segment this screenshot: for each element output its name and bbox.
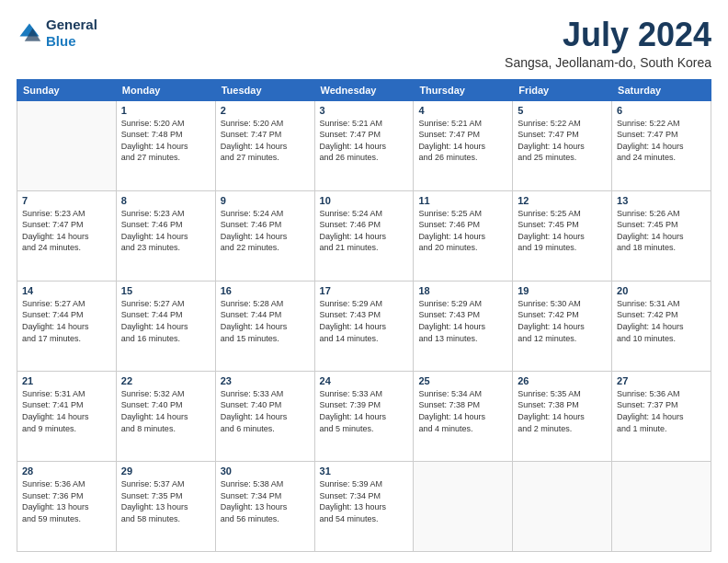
day-number: 31 bbox=[320, 465, 409, 477]
day-info: Sunrise: 5:38 AM Sunset: 7:34 PM Dayligh… bbox=[221, 478, 310, 524]
day-number: 16 bbox=[221, 285, 310, 296]
calendar-cell: 21Sunrise: 5:31 AM Sunset: 7:41 PM Dayli… bbox=[17, 371, 117, 461]
day-number: 1 bbox=[121, 105, 210, 116]
day-number: 12 bbox=[518, 195, 607, 206]
header-wednesday: Wednesday bbox=[314, 79, 414, 100]
calendar-cell: 29Sunrise: 5:37 AM Sunset: 7:35 PM Dayli… bbox=[116, 461, 215, 551]
logo-text: General Blue bbox=[46, 17, 97, 50]
calendar-cell: 15Sunrise: 5:27 AM Sunset: 7:44 PM Dayli… bbox=[116, 281, 215, 371]
day-number: 20 bbox=[617, 285, 706, 296]
day-number: 18 bbox=[418, 285, 507, 296]
day-info: Sunrise: 5:36 AM Sunset: 7:36 PM Dayligh… bbox=[22, 478, 111, 524]
calendar-cell: 26Sunrise: 5:35 AM Sunset: 7:38 PM Dayli… bbox=[513, 371, 612, 461]
day-info: Sunrise: 5:29 AM Sunset: 7:43 PM Dayligh… bbox=[320, 298, 409, 344]
calendar-cell: 3Sunrise: 5:21 AM Sunset: 7:47 PM Daylig… bbox=[314, 100, 414, 190]
day-header-row: Sunday Monday Tuesday Wednesday Thursday… bbox=[17, 79, 711, 100]
page: General Blue July 2024 Sangsa, Jeollanam… bbox=[0, 0, 728, 563]
day-number: 30 bbox=[221, 465, 310, 477]
calendar-cell: 18Sunrise: 5:29 AM Sunset: 7:43 PM Dayli… bbox=[414, 281, 513, 371]
day-info: Sunrise: 5:27 AM Sunset: 7:44 PM Dayligh… bbox=[121, 298, 210, 344]
day-info: Sunrise: 5:25 AM Sunset: 7:46 PM Dayligh… bbox=[418, 208, 507, 254]
calendar-cell: 10Sunrise: 5:24 AM Sunset: 7:46 PM Dayli… bbox=[314, 190, 414, 281]
day-number: 5 bbox=[518, 105, 607, 116]
day-number: 10 bbox=[320, 195, 409, 206]
month-title: July 2024 bbox=[505, 17, 711, 53]
calendar-cell: 8Sunrise: 5:23 AM Sunset: 7:46 PM Daylig… bbox=[116, 190, 215, 281]
day-info: Sunrise: 5:25 AM Sunset: 7:45 PM Dayligh… bbox=[518, 208, 607, 254]
day-info: Sunrise: 5:39 AM Sunset: 7:34 PM Dayligh… bbox=[320, 478, 409, 524]
day-info: Sunrise: 5:32 AM Sunset: 7:40 PM Dayligh… bbox=[121, 388, 210, 434]
calendar-cell bbox=[17, 100, 117, 190]
calendar-cell: 11Sunrise: 5:25 AM Sunset: 7:46 PM Dayli… bbox=[414, 190, 513, 281]
header-tuesday: Tuesday bbox=[215, 79, 314, 100]
day-info: Sunrise: 5:35 AM Sunset: 7:38 PM Dayligh… bbox=[518, 388, 607, 434]
day-info: Sunrise: 5:31 AM Sunset: 7:42 PM Dayligh… bbox=[617, 298, 706, 344]
day-number: 11 bbox=[418, 195, 507, 206]
calendar-cell: 19Sunrise: 5:30 AM Sunset: 7:42 PM Dayli… bbox=[513, 281, 612, 371]
day-info: Sunrise: 5:22 AM Sunset: 7:47 PM Dayligh… bbox=[617, 118, 706, 164]
calendar-cell: 28Sunrise: 5:36 AM Sunset: 7:36 PM Dayli… bbox=[17, 461, 117, 551]
calendar-cell: 14Sunrise: 5:27 AM Sunset: 7:44 PM Dayli… bbox=[17, 281, 117, 371]
day-info: Sunrise: 5:30 AM Sunset: 7:42 PM Dayligh… bbox=[518, 298, 607, 344]
day-number: 13 bbox=[617, 195, 706, 206]
calendar-cell: 5Sunrise: 5:22 AM Sunset: 7:47 PM Daylig… bbox=[513, 100, 612, 190]
header-friday: Friday bbox=[513, 79, 612, 100]
day-info: Sunrise: 5:29 AM Sunset: 7:43 PM Dayligh… bbox=[418, 298, 507, 344]
calendar-cell bbox=[513, 461, 612, 551]
day-number: 22 bbox=[121, 375, 210, 386]
week-row-5: 28Sunrise: 5:36 AM Sunset: 7:36 PM Dayli… bbox=[17, 461, 711, 551]
calendar-cell bbox=[612, 461, 711, 551]
day-info: Sunrise: 5:23 AM Sunset: 7:46 PM Dayligh… bbox=[121, 208, 210, 254]
day-number: 7 bbox=[22, 195, 111, 206]
day-info: Sunrise: 5:36 AM Sunset: 7:37 PM Dayligh… bbox=[617, 388, 706, 434]
day-number: 9 bbox=[221, 195, 310, 206]
day-info: Sunrise: 5:28 AM Sunset: 7:44 PM Dayligh… bbox=[221, 298, 310, 344]
day-info: Sunrise: 5:33 AM Sunset: 7:40 PM Dayligh… bbox=[221, 388, 310, 434]
calendar-cell: 16Sunrise: 5:28 AM Sunset: 7:44 PM Dayli… bbox=[215, 281, 314, 371]
calendar-cell: 2Sunrise: 5:20 AM Sunset: 7:47 PM Daylig… bbox=[215, 100, 314, 190]
header: General Blue July 2024 Sangsa, Jeollanam… bbox=[17, 17, 711, 70]
day-info: Sunrise: 5:31 AM Sunset: 7:41 PM Dayligh… bbox=[22, 388, 111, 434]
subtitle: Sangsa, Jeollanam-do, South Korea bbox=[505, 55, 711, 70]
day-info: Sunrise: 5:23 AM Sunset: 7:47 PM Dayligh… bbox=[22, 208, 111, 254]
day-info: Sunrise: 5:20 AM Sunset: 7:48 PM Dayligh… bbox=[121, 118, 210, 164]
calendar-cell: 23Sunrise: 5:33 AM Sunset: 7:40 PM Dayli… bbox=[215, 371, 314, 461]
header-sunday: Sunday bbox=[17, 79, 117, 100]
calendar-cell: 9Sunrise: 5:24 AM Sunset: 7:46 PM Daylig… bbox=[215, 190, 314, 281]
day-info: Sunrise: 5:24 AM Sunset: 7:46 PM Dayligh… bbox=[221, 208, 310, 254]
day-number: 23 bbox=[221, 375, 310, 386]
day-number: 17 bbox=[320, 285, 409, 296]
calendar-cell: 12Sunrise: 5:25 AM Sunset: 7:45 PM Dayli… bbox=[513, 190, 612, 281]
calendar-cell bbox=[414, 461, 513, 551]
week-row-4: 21Sunrise: 5:31 AM Sunset: 7:41 PM Dayli… bbox=[17, 371, 711, 461]
day-number: 4 bbox=[418, 105, 507, 116]
day-number: 19 bbox=[518, 285, 607, 296]
calendar-cell: 4Sunrise: 5:21 AM Sunset: 7:47 PM Daylig… bbox=[414, 100, 513, 190]
calendar-cell: 27Sunrise: 5:36 AM Sunset: 7:37 PM Dayli… bbox=[612, 371, 711, 461]
calendar-cell: 7Sunrise: 5:23 AM Sunset: 7:47 PM Daylig… bbox=[17, 190, 117, 281]
calendar: Sunday Monday Tuesday Wednesday Thursday… bbox=[17, 79, 711, 552]
calendar-cell: 1Sunrise: 5:20 AM Sunset: 7:48 PM Daylig… bbox=[116, 100, 215, 190]
day-number: 26 bbox=[518, 375, 607, 386]
day-info: Sunrise: 5:21 AM Sunset: 7:47 PM Dayligh… bbox=[320, 118, 409, 164]
header-monday: Monday bbox=[116, 79, 215, 100]
day-number: 25 bbox=[418, 375, 507, 386]
calendar-cell: 20Sunrise: 5:31 AM Sunset: 7:42 PM Dayli… bbox=[612, 281, 711, 371]
calendar-cell: 30Sunrise: 5:38 AM Sunset: 7:34 PM Dayli… bbox=[215, 461, 314, 551]
calendar-cell: 24Sunrise: 5:33 AM Sunset: 7:39 PM Dayli… bbox=[314, 371, 414, 461]
day-number: 29 bbox=[121, 465, 210, 477]
calendar-cell: 31Sunrise: 5:39 AM Sunset: 7:34 PM Dayli… bbox=[314, 461, 414, 551]
day-info: Sunrise: 5:20 AM Sunset: 7:47 PM Dayligh… bbox=[221, 118, 310, 164]
calendar-cell: 6Sunrise: 5:22 AM Sunset: 7:47 PM Daylig… bbox=[612, 100, 711, 190]
day-number: 2 bbox=[221, 105, 310, 116]
day-info: Sunrise: 5:37 AM Sunset: 7:35 PM Dayligh… bbox=[121, 478, 210, 524]
logo: General Blue bbox=[17, 17, 97, 50]
week-row-1: 1Sunrise: 5:20 AM Sunset: 7:48 PM Daylig… bbox=[17, 100, 711, 190]
day-info: Sunrise: 5:22 AM Sunset: 7:47 PM Dayligh… bbox=[518, 118, 607, 164]
day-number: 21 bbox=[22, 375, 111, 386]
day-number: 24 bbox=[320, 375, 409, 386]
title-block: July 2024 Sangsa, Jeollanam-do, South Ko… bbox=[505, 17, 711, 70]
day-info: Sunrise: 5:33 AM Sunset: 7:39 PM Dayligh… bbox=[320, 388, 409, 434]
header-thursday: Thursday bbox=[414, 79, 513, 100]
calendar-cell: 13Sunrise: 5:26 AM Sunset: 7:45 PM Dayli… bbox=[612, 190, 711, 281]
